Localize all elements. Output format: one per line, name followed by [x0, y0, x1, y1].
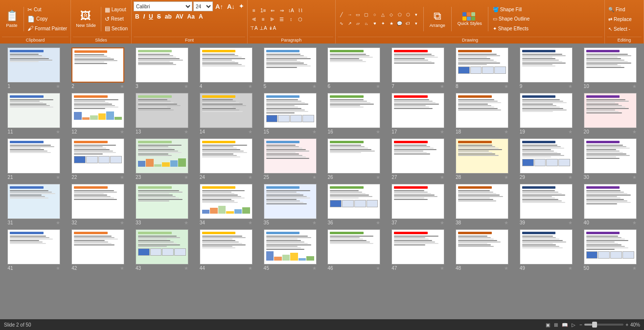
slide-star[interactable]: ★: [184, 129, 188, 134]
slide-item[interactable]: 44 ★: [196, 229, 256, 271]
align-left-button[interactable]: ⫷: [250, 15, 258, 23]
slide-item[interactable]: 36 ★: [324, 184, 384, 225]
shape-connector[interactable]: ↗: [346, 20, 354, 27]
slide-item[interactable]: 10 ★: [580, 47, 640, 89]
shape-more2[interactable]: ▾: [413, 20, 420, 27]
slide-item[interactable]: 39 ★: [516, 184, 576, 225]
slideshow-button[interactable]: ▷: [572, 322, 575, 328]
align-right-button[interactable]: ⫸: [268, 15, 277, 23]
slide-item[interactable]: 6 ★: [324, 47, 384, 89]
normal-view-button[interactable]: ▣: [546, 322, 550, 328]
slide-item[interactable]: 34 ★: [196, 184, 256, 225]
slide-star[interactable]: ★: [632, 129, 637, 134]
slide-star[interactable]: ★: [56, 84, 60, 89]
zoom-in-button[interactable]: +: [625, 322, 628, 328]
slide-item[interactable]: 7 ★: [388, 47, 448, 89]
decrease-indent-button[interactable]: ⇐: [268, 6, 277, 14]
slide-item[interactable]: 4 ★: [196, 47, 256, 89]
slide-star[interactable]: ★: [632, 175, 637, 180]
slide-item[interactable]: 32 ★: [68, 184, 128, 225]
slide-item[interactable]: 22 ★: [68, 138, 128, 180]
slide-item[interactable]: 17 ★: [388, 93, 448, 134]
slide-item[interactable]: 12 ★: [68, 93, 128, 134]
slide-item[interactable]: 20 ★: [580, 93, 640, 134]
slide-star[interactable]: ★: [632, 220, 637, 225]
slide-item[interactable]: 19 ★: [516, 93, 576, 134]
font-name-select[interactable]: Calibri: [134, 1, 192, 11]
numbering-button[interactable]: 1≡: [259, 6, 268, 14]
arrange-button[interactable]: ⧉ Arrange: [427, 5, 448, 33]
bold-button[interactable]: B: [134, 13, 141, 21]
slide-item[interactable]: 47 ★: [388, 229, 448, 271]
slide-star[interactable]: ★: [120, 84, 124, 89]
change-case-button[interactable]: Aa: [186, 13, 196, 21]
slide-star[interactable]: ★: [248, 84, 253, 89]
slide-item[interactable]: 33 ★: [132, 184, 192, 225]
slide-item[interactable]: 1 ★: [4, 47, 64, 89]
clear-format-button[interactable]: ✦: [237, 2, 245, 10]
slide-item[interactable]: 21 ★: [4, 138, 64, 180]
paste-button[interactable]: 📋 Paste: [2, 5, 22, 33]
slide-item[interactable]: 42 ★: [68, 229, 128, 271]
slide-item[interactable]: 25 ★: [260, 138, 320, 180]
shape-rounded-rect[interactable]: ▢: [363, 11, 370, 19]
smartart-button[interactable]: ⬡: [296, 15, 305, 23]
slide-item[interactable]: 15 ★: [260, 93, 320, 134]
shape-pentagon[interactable]: ⬠: [396, 11, 404, 19]
slide-star[interactable]: ★: [312, 265, 317, 271]
shape-trapezoid[interactable]: ⏢: [363, 20, 370, 27]
reset-button[interactable]: ↺ Reset: [103, 15, 129, 23]
slide-star[interactable]: ★: [120, 220, 124, 225]
new-slide-button[interactable]: 🖼 New Slide: [73, 5, 99, 33]
shape-star5[interactable]: ★: [388, 20, 395, 27]
slide-star[interactable]: ★: [568, 84, 573, 89]
slide-item[interactable]: 18 ★: [452, 93, 512, 134]
font-color-button[interactable]: A: [197, 13, 205, 21]
slide-star[interactable]: ★: [440, 265, 444, 271]
columns-button[interactable]: ⌇⌇: [296, 6, 305, 14]
select-button[interactable]: ↖ Select -: [607, 24, 633, 33]
slide-star[interactable]: ★: [504, 220, 508, 225]
shape-parallelogram[interactable]: ▱: [354, 20, 362, 27]
align-bottom-button[interactable]: ↡A: [268, 24, 277, 32]
slide-star[interactable]: ★: [568, 129, 573, 134]
slide-star[interactable]: ★: [376, 129, 380, 134]
slide-item[interactable]: 14 ★: [196, 93, 256, 134]
find-button[interactable]: 🔍 Find: [607, 5, 633, 14]
slide-star[interactable]: ★: [440, 220, 444, 225]
slide-item[interactable]: 11 ★: [4, 93, 64, 134]
slide-star[interactable]: ★: [248, 220, 253, 225]
shadow-button[interactable]: ab: [163, 13, 173, 21]
slide-star[interactable]: ★: [440, 129, 444, 134]
font-shrink-button[interactable]: A↓: [226, 2, 236, 11]
shape-arrow[interactable]: →: [346, 11, 354, 19]
shape-effects-button[interactable]: ✦ Shape Effects: [491, 24, 531, 33]
slide-item[interactable]: 9 ★: [516, 47, 576, 89]
shape-line[interactable]: ╱: [338, 11, 345, 19]
font-grow-button[interactable]: A↑: [214, 2, 225, 11]
slide-item[interactable]: 2 ★: [68, 47, 128, 89]
slide-item[interactable]: 45 ★: [260, 229, 320, 271]
slide-star[interactable]: ★: [632, 265, 637, 271]
slide-item[interactable]: 16 ★: [324, 93, 384, 134]
slide-star[interactable]: ★: [376, 220, 380, 225]
slide-item[interactable]: 27 ★: [388, 138, 448, 180]
align-top-button[interactable]: ⊤A: [250, 24, 258, 32]
increase-indent-button[interactable]: ⇒: [277, 6, 286, 14]
slide-star[interactable]: ★: [376, 175, 380, 180]
format-painter-button[interactable]: 🖌 Format Painter: [26, 24, 69, 33]
shape-rect[interactable]: ▭: [354, 11, 362, 19]
justify-button[interactable]: ☰: [277, 15, 286, 23]
slide-item[interactable]: 3 ★: [132, 47, 192, 89]
slide-star[interactable]: ★: [312, 220, 317, 225]
shape-star4[interactable]: ✦: [379, 20, 387, 27]
slide-item[interactable]: 24 ★: [196, 138, 256, 180]
slide-star[interactable]: ★: [504, 84, 508, 89]
slide-item[interactable]: 26 ★: [324, 138, 384, 180]
slide-item[interactable]: 13 ★: [132, 93, 192, 134]
line-spacing-button[interactable]: ↕: [287, 15, 296, 23]
shape-diamond[interactable]: ◇: [388, 11, 395, 19]
slide-star[interactable]: ★: [120, 265, 124, 271]
slide-star[interactable]: ★: [632, 84, 637, 89]
zoom-out-button[interactable]: −: [579, 322, 582, 328]
